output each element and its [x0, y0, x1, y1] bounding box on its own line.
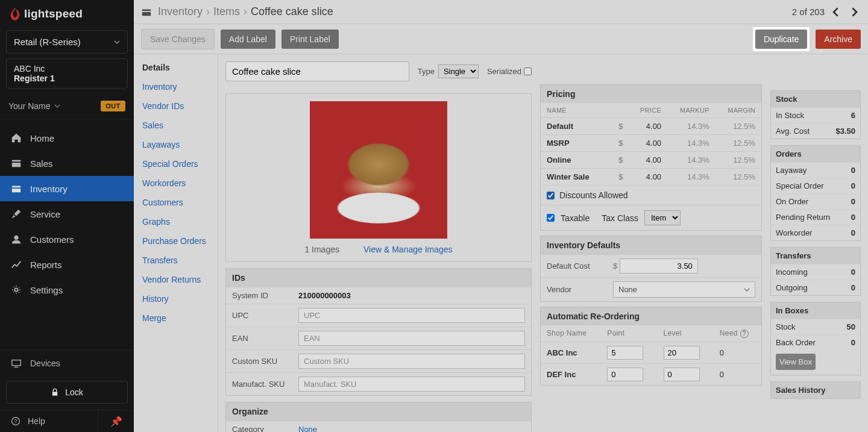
user-row: Your Name OUT	[0, 95, 134, 119]
tab-layaways[interactable]: Layaways	[134, 135, 218, 154]
price-row: MSRP $ 4.00 14.3% 12.5%	[541, 135, 761, 152]
nav-service[interactable]: Service	[0, 201, 134, 227]
item-name-input[interactable]	[225, 61, 409, 81]
devices-label: Devices	[30, 358, 60, 368]
type-label: Type	[418, 67, 435, 76]
help-icon[interactable]: ?	[740, 330, 749, 338]
tax-class-select[interactable]: Item	[644, 210, 681, 225]
category-value[interactable]: None	[298, 425, 317, 432]
print-label-button[interactable]: Print Label	[281, 30, 339, 49]
user-name-dropdown[interactable]: Your Name	[8, 101, 60, 111]
nav-devices[interactable]: Devices	[0, 350, 134, 376]
lock-icon	[51, 388, 59, 396]
col-point: Point	[601, 325, 657, 342]
reorder-panel: Automatic Re-Ordering Shop Name Point Le…	[540, 307, 762, 386]
svg-rect-3	[52, 392, 57, 395]
pin-button[interactable]: 📌	[98, 410, 134, 432]
nav-reports[interactable]: Reports	[0, 252, 134, 277]
stock-header: Stock	[771, 91, 860, 107]
item-tabs: Details Inventory Vendor IDs Sales Layaw…	[134, 54, 218, 432]
point-input[interactable]	[607, 346, 643, 360]
manufact-sku-input[interactable]	[298, 377, 525, 392]
manage-images-link[interactable]: View & Manage Images	[363, 245, 453, 254]
system-id-value: 210000000003	[298, 291, 351, 300]
tab-vendor-returns[interactable]: Vendor Returns	[134, 270, 218, 289]
duplicate-button[interactable]: Duplicate	[755, 30, 807, 49]
item-image[interactable]	[310, 101, 447, 239]
type-select[interactable]: Single	[438, 64, 479, 78]
taxable-checkbox[interactable]	[547, 214, 555, 222]
transfers-panel: Transfers Incoming0 Outgoing0	[770, 247, 861, 296]
lock-label: Lock	[65, 387, 83, 397]
col-shop: Shop Name	[541, 325, 601, 342]
need-value: 0	[714, 363, 761, 385]
tab-history[interactable]: History	[134, 289, 218, 308]
pricing-header: Pricing	[541, 85, 761, 103]
orders-panel: Orders Layaway0 Special Order0 On Order0…	[770, 145, 861, 241]
retail-selector[interactable]: Retail (R-Series)	[6, 30, 128, 54]
tab-transfers[interactable]: Transfers	[134, 251, 218, 270]
reorder-row: DEF Inc 0	[541, 363, 761, 385]
tab-purchase-orders[interactable]: Purchase Orders	[134, 231, 218, 251]
nav-home[interactable]: Home	[0, 125, 134, 151]
boxes-header: In Boxes	[771, 302, 860, 319]
tab-vendor-ids[interactable]: Vendor IDs	[134, 96, 218, 116]
tab-sales[interactable]: Sales	[134, 116, 218, 135]
pricing-panel: Pricing NAME PRICE MARKUP MARGIN Default…	[540, 84, 762, 231]
custom-sku-input[interactable]	[298, 354, 525, 369]
breadcrumb-items[interactable]: Items	[213, 5, 240, 18]
discounts-allowed-checkbox[interactable]	[547, 192, 555, 199]
nav-sales[interactable]: Sales	[0, 151, 134, 176]
col-price: PRICE	[604, 103, 667, 118]
ean-input[interactable]	[298, 331, 525, 346]
nav-label: Sales	[30, 158, 53, 169]
help-icon: ?	[11, 416, 20, 426]
inventory-icon	[141, 7, 152, 17]
point-input[interactable]	[607, 368, 643, 381]
nav-inventory[interactable]: Inventory	[0, 176, 134, 201]
serialized-toggle[interactable]: Serialized	[487, 67, 532, 76]
nav-customers[interactable]: Customers	[0, 227, 134, 252]
nav-label: Customers	[30, 234, 74, 245]
col-name: NAME	[541, 103, 604, 118]
out-badge[interactable]: OUT	[101, 101, 125, 111]
home-icon	[11, 133, 22, 143]
service-icon	[11, 208, 22, 219]
tab-special-orders[interactable]: Special Orders	[134, 154, 218, 174]
vendor-select[interactable]: None	[613, 281, 755, 298]
upc-input[interactable]	[298, 308, 525, 323]
default-cost-input[interactable]	[620, 258, 698, 274]
pager-next[interactable]	[848, 5, 861, 19]
customers-icon	[11, 234, 22, 245]
serialized-checkbox[interactable]	[524, 67, 532, 75]
tab-merge[interactable]: Merge	[134, 308, 218, 328]
svg-text:?: ?	[14, 418, 17, 424]
company-register-box[interactable]: ABC Inc Register 1	[6, 58, 128, 89]
tab-details[interactable]: Details	[134, 58, 218, 77]
tab-workorders[interactable]: Workorders	[134, 174, 218, 193]
tab-inventory[interactable]: Inventory	[134, 77, 218, 96]
organize-header: Organize	[226, 402, 531, 421]
sales-icon	[11, 158, 22, 169]
view-box-button[interactable]: View Box	[776, 354, 816, 370]
add-label-button[interactable]: Add Label	[221, 30, 275, 49]
boxes-panel: In Boxes Stock50 Back Order0 View Box	[770, 302, 861, 375]
pager-prev[interactable]	[829, 5, 843, 19]
brand-name: lightspeed	[24, 7, 83, 20]
ids-header: IDs	[226, 269, 531, 287]
lock-button[interactable]: Lock	[6, 381, 128, 404]
tab-customers[interactable]: Customers	[134, 193, 218, 212]
level-input[interactable]	[664, 346, 700, 360]
breadcrumb-inventory[interactable]: Inventory	[158, 5, 203, 18]
msku-label: Manufact. SKU	[226, 373, 292, 396]
default-cost-label: Default Cost	[541, 255, 607, 278]
tab-graphs[interactable]: Graphs	[134, 212, 218, 231]
user-name-label: Your Name	[8, 101, 51, 111]
help-button[interactable]: ? Help	[0, 410, 98, 432]
archive-button[interactable]: Archive	[816, 30, 861, 49]
svg-point-0	[14, 236, 18, 240]
level-input[interactable]	[664, 368, 700, 381]
images-count: 1 Images	[304, 245, 339, 254]
sales-history-header: Sales History	[771, 382, 860, 398]
nav-settings[interactable]: Settings	[0, 277, 134, 302]
